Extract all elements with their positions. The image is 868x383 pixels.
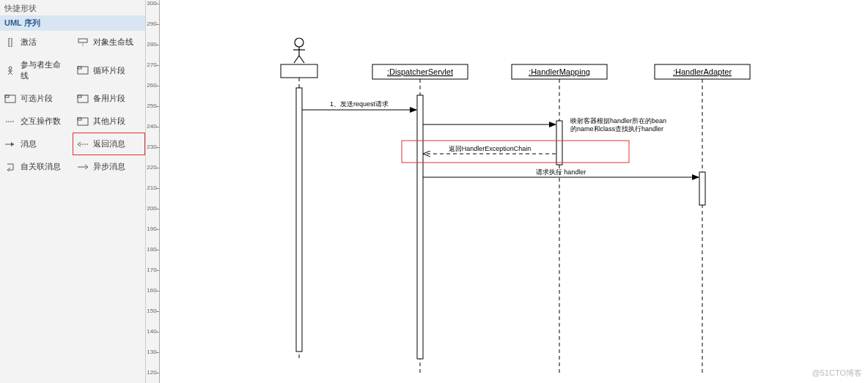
- self-icon: [4, 163, 16, 171]
- lifeline-handlermapping[interactable]: :HandlerMapping: [512, 64, 607, 373]
- lifeline-label: :HandlerAdapter: [673, 67, 732, 76]
- svg-rect-10: [5, 95, 15, 103]
- lifeline-dispatcher[interactable]: :DispatcherServlet: [372, 64, 468, 373]
- vertical-ruler: 300 290 280 270 260 250 240 230 220 210 …: [146, 0, 160, 383]
- message-label: 1、发送request请求: [330, 100, 389, 108]
- lifeline-obj-icon: [77, 38, 89, 47]
- shape-label: 交互操作数: [21, 116, 61, 127]
- svg-line-7: [10, 72, 12, 75]
- shape-label: 其他片段: [93, 116, 125, 127]
- message-2[interactable]: 映射客器根据handler所在的bean 的name和class查找执行hand…: [423, 117, 669, 133]
- shape-label: 激活: [21, 37, 37, 48]
- svg-rect-13: [78, 95, 81, 97]
- lifeline-handleradapter[interactable]: :HandlerAdapter: [655, 64, 750, 373]
- message-label: 返回HandlerExceptionChain: [449, 145, 532, 152]
- svg-point-3: [9, 67, 12, 70]
- async-icon: [77, 163, 89, 171]
- shapes-sidebar: 快捷形状 UML 序列 激活 对象生命线 参与者生命线 循环片段 可选片段: [0, 0, 146, 383]
- watermark: @51CTO博客: [812, 368, 862, 379]
- svg-rect-27: [296, 88, 302, 352]
- svg-rect-36: [699, 172, 705, 205]
- actor-icon: [4, 66, 16, 75]
- message-label: 请求执行 handler: [536, 168, 586, 176]
- shape-self-message[interactable]: 自关联消息: [0, 155, 73, 178]
- msg-icon: [4, 140, 16, 149]
- svg-rect-16: [78, 118, 81, 120]
- diagram-canvas[interactable]: :DispatcherServlet :HandlerMapping :Hand…: [160, 0, 868, 383]
- return-icon: [77, 140, 89, 149]
- message-3-return[interactable]: 返回HandlerExceptionChain: [424, 145, 556, 154]
- alt-icon: [77, 94, 89, 103]
- shape-opt[interactable]: 可选片段: [0, 87, 73, 110]
- interaction-icon: [4, 117, 16, 126]
- shape-async-message[interactable]: 异步消息: [73, 155, 145, 178]
- shape-actor-lifeline[interactable]: 参与者生命线: [0, 53, 73, 87]
- sidebar-section[interactable]: UML 序列: [0, 15, 145, 31]
- svg-line-6: [8, 72, 10, 75]
- svg-line-23: [294, 56, 299, 63]
- svg-rect-0: [9, 38, 12, 47]
- svg-rect-33: [556, 121, 562, 165]
- shape-object-lifeline[interactable]: 对象生命线: [73, 31, 145, 53]
- lifeline-label: :DispatcherServlet: [387, 67, 453, 76]
- shape-label: 异步消息: [93, 161, 125, 172]
- actor-lifeline[interactable]: [281, 38, 317, 359]
- svg-rect-12: [78, 95, 88, 103]
- shape-label: 消息: [21, 138, 37, 149]
- activation-icon: [4, 38, 16, 47]
- opt-icon: [4, 94, 16, 103]
- shape-activation[interactable]: 激活: [0, 31, 73, 53]
- svg-rect-30: [417, 95, 423, 359]
- shape-label: 循环片段: [93, 65, 125, 76]
- shape-label: 参与者生命线: [21, 59, 68, 81]
- shape-label: 备用片段: [93, 93, 125, 104]
- uml-sequence-diagram[interactable]: :DispatcherServlet :HandlerMapping :Hand…: [277, 7, 868, 373]
- other-icon: [77, 117, 89, 126]
- loop-icon: [77, 66, 89, 75]
- shape-label: 自关联消息: [21, 161, 61, 172]
- shape-label: 对象生命线: [93, 37, 133, 48]
- svg-rect-1: [78, 39, 87, 42]
- shape-label: 返回消息: [93, 138, 125, 149]
- shape-interaction[interactable]: 交互操作数: [0, 110, 73, 133]
- shape-alt[interactable]: 备用片段: [73, 87, 145, 110]
- sidebar-title: 快捷形状: [0, 1, 145, 15]
- svg-line-24: [299, 56, 304, 63]
- shape-label: 可选片段: [21, 93, 53, 104]
- shape-loop[interactable]: 循环片段: [73, 53, 145, 87]
- svg-rect-15: [78, 118, 88, 125]
- svg-point-20: [295, 38, 304, 47]
- message-label: 映射客器根据handler所在的bean 的name和class查找执行hand…: [570, 117, 669, 133]
- svg-rect-9: [78, 67, 81, 69]
- shape-return-message[interactable]: 返回消息: [73, 133, 145, 155]
- shape-message[interactable]: 消息: [0, 133, 73, 155]
- svg-rect-11: [5, 95, 9, 97]
- shape-other[interactable]: 其他片段: [73, 110, 145, 133]
- message-1[interactable]: 1、发送request请求: [302, 100, 416, 110]
- message-4[interactable]: 请求执行 handler: [423, 168, 699, 177]
- svg-rect-25: [281, 64, 317, 78]
- lifeline-label: :HandlerMapping: [529, 67, 590, 76]
- svg-rect-8: [78, 67, 88, 74]
